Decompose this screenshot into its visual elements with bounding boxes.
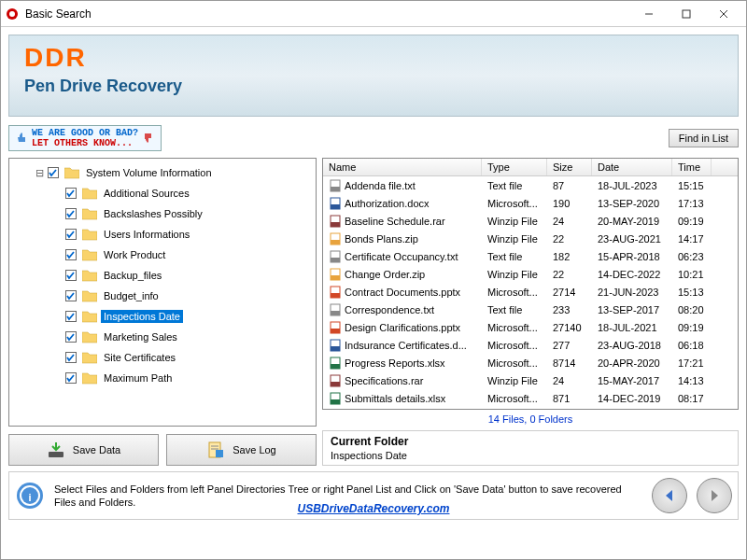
tree-item[interactable]: Work Product [62,245,312,265]
file-list[interactable]: Name Type Size Date Time Addenda file.tx… [322,158,739,410]
file-row[interactable]: Specifications.rarWinzip File2415-MAY-20… [323,371,738,389]
file-size: 24 [547,215,592,228]
svg-point-1 [9,11,15,17]
footer: i Select Files and Folders from left Pan… [8,471,739,520]
file-date: 21-JUN-2022 [592,410,672,411]
feedback-badge[interactable]: WE ARE GOOD OR BAD? LET OTHERS KNOW... [8,125,162,151]
svg-rect-41 [331,346,340,351]
tree-item[interactable]: Backup_files [62,265,312,286]
col-size[interactable]: Size [547,159,592,175]
file-type: Microsoft... [482,321,547,334]
tree-item[interactable]: Marketing Sales [62,327,312,347]
file-row[interactable]: Correspondence.txtText file23313-SEP-201… [323,301,738,318]
svg-rect-31 [331,258,340,262]
file-row[interactable]: Indsurance Certificates.d...Microsoft...… [323,336,738,354]
col-name[interactable]: Name [323,159,482,175]
file-name: Bonds Plans.zip [345,233,418,245]
file-name: Certificate Occupancy.txt [345,251,458,262]
file-date: 14-DEC-2022 [592,268,672,281]
col-time[interactable]: Time [672,159,712,175]
minimize-button[interactable] [630,2,668,26]
col-date[interactable]: Date [592,159,672,175]
file-type: Microsoft... [482,197,547,210]
file-row[interactable]: Design Clarifications.pptxMicrosoft...27… [323,318,738,336]
file-row[interactable]: Change Order.zipWinzip File2214-DEC-2022… [323,265,738,283]
svg-rect-21 [216,450,223,457]
save-data-icon [47,441,65,459]
file-time: 09:19 [672,321,712,334]
col-type[interactable]: Type [482,159,547,175]
file-name: Submittals details.xlsx [345,393,445,404]
file-size: 22 [547,268,592,281]
file-row[interactable]: Substantial Punch.pptxMicrosoft...27121-… [323,407,738,410]
tree-item[interactable]: Additional Sources [62,183,312,203]
tree-item-label: Budget_info [101,289,162,302]
save-data-label: Save Data [73,444,120,455]
file-type: Text file [482,179,547,192]
svg-rect-43 [331,364,340,369]
file-time: 17:13 [672,197,712,210]
tree-item-label: Backup_files [101,269,164,282]
tree-item[interactable]: Budget_info [62,286,312,306]
file-type: Winzip File [482,374,547,387]
file-type: Microsoft... [482,410,547,411]
file-name: Authorization.docx [345,198,430,209]
save-log-icon [206,441,225,459]
file-time: 10:21 [672,268,712,281]
tree-item-label: Additional Sources [101,187,192,200]
file-row[interactable]: Bonds Plans.zipWinzip File2223-AUG-20211… [323,230,738,247]
tree-item-label: Backslashes Possibly [101,207,205,220]
file-date: 15-MAY-2017 [592,374,672,387]
footer-url[interactable]: USBDriveDataRecovery.com [298,502,450,515]
file-time: 06:18 [672,339,712,352]
tree-root[interactable]: ⊟System Volume Information [32,162,312,183]
file-size: 24 [547,374,592,387]
file-row[interactable]: Submittals details.xlsxMicrosoft...87114… [323,389,738,407]
nav-forward-button[interactable] [697,478,732,513]
save-log-button[interactable]: Save Log [166,434,317,466]
tree-view[interactable]: ⊟System Volume InformationAdditional Sou… [8,158,317,427]
file-time: 15:13 [672,286,712,299]
nav-back-button[interactable] [652,478,687,513]
file-size: 87 [547,179,592,192]
svg-rect-39 [331,329,340,333]
feedback-line2: LET OTHERS KNOW... [32,138,138,148]
svg-rect-35 [331,293,340,298]
logo-text: DDR [24,43,723,73]
svg-rect-17 [49,452,63,457]
file-type: Winzip File [482,268,547,281]
maximize-button[interactable] [668,2,705,26]
file-row[interactable]: Addenda file.txtText file8718-JUL-202315… [323,176,738,194]
file-size: 22 [547,232,592,245]
tree-item[interactable]: Maximum Path [62,368,312,388]
file-date: 18-JUL-2023 [592,179,672,192]
tree-item[interactable]: Site Certificates [62,347,312,368]
file-row[interactable]: Authorization.docxMicrosoft...19013-SEP-… [323,194,738,212]
file-row[interactable]: Certificate Occupancy.txtText file18215-… [323,247,738,265]
file-date: 18-JUL-2021 [592,321,672,334]
file-time: 06:23 [672,250,712,263]
tree-item[interactable]: Users Informations [62,224,312,245]
tree-item[interactable]: Backslashes Possibly [62,203,312,224]
titlebar: Basic Search [1,1,746,27]
file-row[interactable]: Progress Reports.xlsxMicrosoft...871420-… [323,354,738,371]
file-date: 13-SEP-2020 [592,197,672,210]
svg-rect-33 [331,275,340,280]
file-type: Microsoft... [482,392,547,405]
file-type: Winzip File [482,215,547,228]
find-in-list-button[interactable]: Find in List [669,129,739,147]
tree-item[interactable]: Inspections Date [62,306,312,327]
save-data-button[interactable]: Save Data [8,434,159,466]
file-row[interactable]: Baseline Schedule.rarWinzip File2420-MAY… [323,212,738,230]
file-row[interactable]: Contract Documents.pptxMicrosoft...27142… [323,283,738,301]
file-time: 08:17 [672,392,712,405]
close-button[interactable] [705,2,742,26]
file-size: 271 [547,410,592,411]
banner: DDR Pen Drive Recovery [8,35,739,117]
file-time: 14:13 [672,374,712,387]
svg-rect-23 [331,187,340,191]
file-size: 182 [547,250,592,263]
file-type: Microsoft... [482,357,547,370]
tree-item-label: Marketing Sales [101,330,180,343]
file-name: Baseline Schedule.rar [345,216,445,227]
